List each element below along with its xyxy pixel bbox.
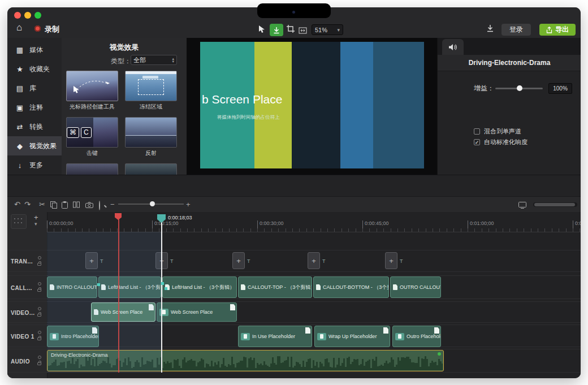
effect-card-freeze-region[interactable]: 冻结区域 — [125, 71, 177, 111]
audio-clip[interactable]: Driving-Electronic-Drama — [47, 350, 444, 371]
zoom-in-button[interactable]: + — [186, 201, 191, 208]
link-icon[interactable] — [38, 282, 41, 285]
sidebar-item-transitions[interactable]: ⇄转换 — [7, 117, 62, 136]
keyframe-marker[interactable] — [161, 282, 164, 285]
track-toggles[interactable] — [37, 356, 41, 365]
check-icon: ✓ — [475, 140, 479, 145]
fit-tool-icon[interactable] — [299, 26, 307, 36]
download-icon[interactable] — [486, 24, 494, 34]
lock-icon[interactable] — [37, 338, 41, 340]
mix-mono-checkbox[interactable] — [474, 128, 480, 135]
link-icon[interactable] — [38, 331, 41, 334]
callout-clip[interactable]: CALLOUT-TOP - （3个剪辑） — [238, 276, 312, 298]
magnifier-icon[interactable] — [99, 202, 100, 209]
video1-clip[interactable]: Wrap Up Placeholder — [314, 326, 390, 347]
effect-card-cropped-2[interactable] — [125, 163, 177, 175]
mix-mono-row[interactable]: 混合到单声道 — [474, 127, 521, 136]
close-button[interactable] — [14, 12, 21, 19]
keyframe-marker[interactable] — [97, 283, 100, 286]
sidebar-item-annotations[interactable]: ▣注释 — [7, 98, 62, 117]
video-clip[interactable]: Web Screen Place — [157, 302, 237, 322]
login-button[interactable]: 登录 — [501, 24, 531, 36]
zoom-out-button[interactable]: − — [110, 201, 115, 208]
effect-card-keystrokes[interactable]: ⌘C 击键 — [66, 117, 118, 157]
auto-normalize-checkbox[interactable]: ✓ — [474, 139, 480, 145]
stripe-dark-navy — [292, 42, 340, 168]
track-options-button[interactable] — [11, 214, 27, 229]
fullscreen-button[interactable] — [34, 12, 41, 19]
link-icon[interactable] — [38, 256, 41, 259]
gain-slider-handle[interactable] — [517, 85, 522, 91]
sidebar-item-visual-effects[interactable]: ◆视觉效果 — [7, 136, 62, 155]
sidebar-item-media[interactable]: ▦媒体 — [7, 40, 62, 59]
detach-timeline-icon[interactable] — [518, 202, 526, 210]
audio-tab[interactable] — [442, 39, 464, 55]
track-name: VIDEO 1 — [11, 334, 34, 340]
desktop-background: ⌂ 录制 51% ▾ 登录 — [0, 0, 588, 385]
link-icon[interactable] — [38, 307, 41, 310]
keyframe-marker[interactable] — [165, 287, 167, 290]
export-button[interactable]: 导出 — [539, 24, 576, 36]
track-toggles[interactable] — [37, 256, 41, 266]
transition-clip[interactable]: + — [385, 252, 397, 269]
record-button[interactable]: 录制 — [45, 24, 59, 34]
lock-icon[interactable] — [37, 314, 41, 317]
copy-button[interactable] — [50, 201, 57, 210]
paste-button[interactable] — [62, 201, 68, 210]
link-icon[interactable] — [38, 356, 41, 359]
placeholder-badge-icon — [92, 327, 97, 334]
time-ruler[interactable]: 0:00:00;00 0:00:15;00 0:00:30;00 0:00:45… — [47, 215, 581, 232]
callout-clip[interactable]: LeftHand List - （3个剪辑） — [162, 276, 237, 298]
sidebar-item-more[interactable]: ↓更多 — [7, 155, 62, 175]
track-toggles[interactable] — [37, 282, 41, 292]
active-edit-tool-button[interactable] — [270, 24, 283, 36]
track-toggles[interactable] — [37, 307, 41, 317]
callout-clip[interactable]: CALLOUT-BOTTOM - （3个剪辑） — [313, 276, 389, 298]
transition-clip[interactable]: + — [232, 252, 245, 269]
redo-button[interactable]: ↷ — [24, 201, 31, 208]
lock-icon[interactable] — [37, 289, 41, 292]
callout-clip[interactable]: INTRO CALLOUT — [47, 276, 97, 298]
camera-button[interactable] — [85, 202, 93, 209]
playback-bar: ‹ › 00:00:18;03/00:01:01;24 属性 — [7, 175, 581, 197]
timeline-hscrollbar[interactable] — [533, 202, 577, 207]
callout-clip[interactable]: OUTRO CALLOUT — [390, 276, 441, 298]
callout-clip[interactable]: LeftHand List - （3个剪辑） — [98, 276, 161, 298]
collapse-tracks-button[interactable]: ▾ — [34, 221, 37, 227]
transition-clip[interactable]: + — [308, 252, 320, 269]
timeline-toolbar: ↶ ↷ ✂ − + — [7, 196, 581, 213]
auto-normalize-row[interactable]: ✓ 自动标准化响度 — [474, 138, 528, 146]
effect-card-cursor-path[interactable]: 光标路径创建工具 — [66, 71, 118, 111]
effect-card-label: 击键 — [66, 149, 118, 157]
add-track-button[interactable]: + — [34, 213, 38, 222]
lock-icon[interactable] — [37, 263, 41, 266]
sidebar-item-label: 更多 — [29, 161, 43, 170]
lock-icon[interactable] — [37, 362, 41, 365]
cut-button[interactable]: ✂ — [39, 201, 45, 208]
home-icon[interactable]: ⌂ — [16, 22, 22, 33]
sidebar-item-favorites[interactable]: ★收藏夹 — [7, 59, 62, 79]
audio-point-marker[interactable] — [438, 352, 441, 356]
effect-card-reflection[interactable]: 反射 — [125, 117, 177, 157]
timeline-zoom-handle[interactable] — [150, 201, 155, 206]
video1-clip[interactable]: Intro Placeholder — [47, 326, 99, 347]
video1-clip[interactable]: Outro Placeholder — [392, 326, 441, 347]
split-button[interactable] — [73, 201, 80, 209]
zoom-level-dropdown[interactable]: 51% ▾ — [312, 24, 343, 35]
video-clip[interactable]: Web Screen Place — [91, 302, 155, 322]
type-filter-dropdown[interactable]: 全部 ▴▾ — [131, 55, 177, 65]
placeholder-subtitle: 将媒体拖到时间轴的占位符上 — [217, 114, 280, 121]
library-icon: ▤ — [15, 84, 24, 93]
undo-button[interactable]: ↶ — [14, 201, 20, 208]
minimize-button[interactable] — [24, 12, 31, 19]
video1-clip[interactable]: In Use Placeholder — [238, 326, 312, 347]
effects-panel-title: 视觉效果 — [62, 42, 187, 53]
effect-card-cropped-1[interactable] — [66, 163, 118, 175]
transition-clip[interactable]: + — [85, 252, 98, 269]
sidebar-item-library[interactable]: ▤库 — [7, 79, 62, 98]
timeline-hscrollbar-thumb[interactable] — [534, 203, 575, 206]
crop-tool-icon[interactable] — [287, 25, 295, 35]
cursor-tool-icon[interactable] — [258, 25, 266, 36]
video-frame[interactable]: b Screen Place 将媒体拖到时间轴的占位符上 — [200, 42, 425, 168]
track-toggles[interactable] — [37, 331, 41, 340]
